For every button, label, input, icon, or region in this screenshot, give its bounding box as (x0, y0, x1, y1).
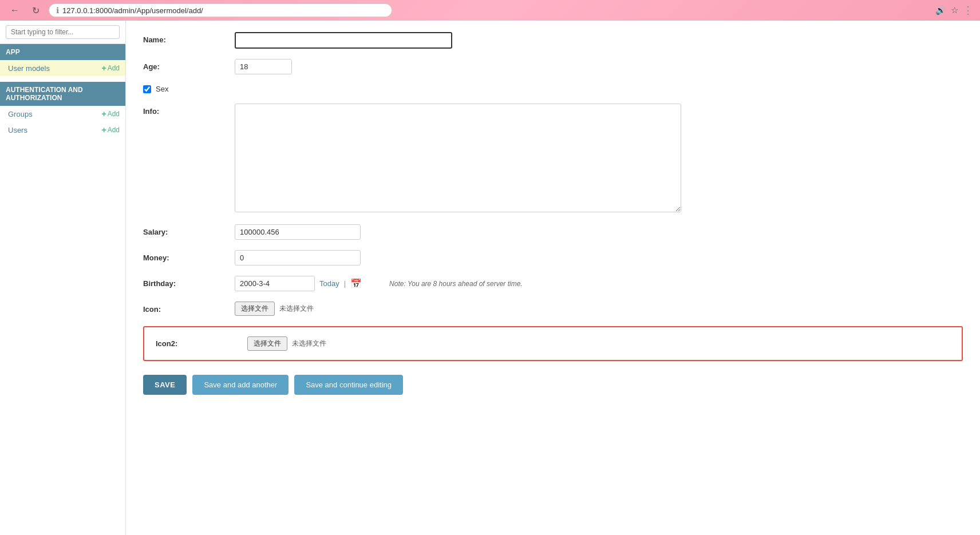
save-add-button[interactable]: Save and add another (192, 375, 289, 395)
icon-row: Icon: 选择文件 未选择文件 (143, 302, 963, 316)
browser-chrome: ← ↻ ℹ 127.0.0.1:8000/admin/App/usermodel… (0, 0, 980, 21)
info-textarea[interactable] (235, 104, 681, 212)
sidebar-collapse-button[interactable]: « (125, 267, 126, 278)
save-continue-button[interactable]: Save and continue editing (294, 375, 403, 395)
browser-menu-icon[interactable]: ⋮ (963, 4, 973, 17)
icon2-file-wrapper: 选择文件 未选择文件 (247, 336, 326, 351)
icon2-choose-button[interactable]: 选择文件 (247, 336, 287, 351)
sidebar-item-label: Groups (8, 110, 33, 118)
back-button[interactable]: ← (7, 4, 23, 17)
age-field (235, 59, 963, 74)
icon2-highlighted-row: Icon2: 选择文件 未选择文件 (143, 326, 963, 361)
birthday-controls: Today | 📅 Note: You are 8 hours ahead of… (235, 276, 963, 291)
birthday-row: Birthday: Today | 📅 Note: You are 8 hour… (143, 276, 963, 291)
sidebar-item-groups[interactable]: Groups Add (0, 106, 125, 122)
icon-choose-button[interactable]: 选择文件 (235, 302, 275, 316)
info-row: Info: (143, 104, 963, 214)
icon-file-wrapper: 选择文件 未选择文件 (235, 302, 963, 316)
main-content: Name: Age: Sex Info: Salary: (126, 21, 980, 535)
sidebar-add-usermodels[interactable]: Add (101, 64, 120, 73)
info-label: Info: (143, 104, 235, 116)
calendar-icon[interactable]: 📅 (350, 278, 362, 289)
sidebar-filter-input[interactable] (6, 25, 120, 39)
salary-input[interactable] (235, 224, 361, 240)
money-field (235, 250, 963, 265)
money-input[interactable] (235, 250, 361, 265)
sidebar-item-usermodels[interactable]: User models Add (0, 60, 125, 76)
browser-actions: 🔊 ☆ ⋮ (935, 4, 973, 17)
icon2-label: Icon2: (156, 339, 247, 348)
sidebar-add-groups[interactable]: Add (101, 109, 120, 118)
sidebar-item-users[interactable]: Users Add (0, 122, 125, 138)
sidebar-section-auth: AUTHENTICATION AND AUTHORIZATION (0, 82, 125, 106)
icon-field: 选择文件 未选择文件 (235, 302, 963, 316)
today-link[interactable]: Today (319, 279, 339, 288)
star-icon[interactable]: ☆ (951, 5, 958, 15)
birthday-field: Today | 📅 Note: You are 8 hours ahead of… (235, 276, 963, 291)
birthday-input[interactable] (235, 276, 315, 291)
sex-checkbox[interactable] (143, 85, 151, 93)
info-icon: ℹ (56, 6, 59, 15)
icon-no-file: 未选择文件 (279, 304, 314, 314)
age-label: Age: (143, 59, 235, 71)
app-container: APP User models Add AUTHENTICATION AND A… (0, 21, 980, 535)
birthday-label: Birthday: (143, 276, 235, 288)
age-input[interactable] (235, 59, 292, 74)
server-time-note: Note: You are 8 hours ahead of server ti… (389, 280, 523, 288)
sidebar-item-label: Users (8, 126, 27, 134)
url-text: 127.0.0.1:8000/admin/App/usermodel/add/ (62, 6, 203, 15)
icon2-no-file: 未选择文件 (292, 339, 326, 348)
sidebar-filter-wrapper (0, 21, 125, 44)
salary-field (235, 224, 963, 240)
icon-label: Icon: (143, 302, 235, 314)
info-field (235, 104, 963, 214)
url-bar[interactable]: ℹ 127.0.0.1:8000/admin/App/usermodel/add… (49, 3, 392, 17)
salary-row: Salary: (143, 224, 963, 240)
money-row: Money: (143, 250, 963, 265)
name-field (235, 32, 963, 49)
sidebar: APP User models Add AUTHENTICATION AND A… (0, 21, 126, 535)
sex-label: Sex (156, 85, 168, 93)
age-row: Age: (143, 59, 963, 74)
salary-label: Salary: (143, 224, 235, 236)
refresh-button[interactable]: ↻ (29, 4, 43, 17)
name-label: Name: (143, 32, 235, 44)
sidebar-item-label: User models (8, 64, 50, 73)
voice-icon: 🔊 (935, 5, 946, 15)
sidebar-add-users[interactable]: Add (101, 125, 120, 134)
save-button[interactable]: SAVE (143, 375, 187, 395)
pipe-separator: | (344, 279, 346, 288)
name-input[interactable] (235, 32, 452, 49)
sex-row: Sex (143, 85, 963, 93)
button-row: SAVE Save and add another Save and conti… (143, 375, 963, 412)
money-label: Money: (143, 250, 235, 262)
sidebar-section-app: APP (0, 44, 125, 60)
icon2-field: 选择文件 未选择文件 (247, 336, 326, 351)
name-row: Name: (143, 32, 963, 49)
